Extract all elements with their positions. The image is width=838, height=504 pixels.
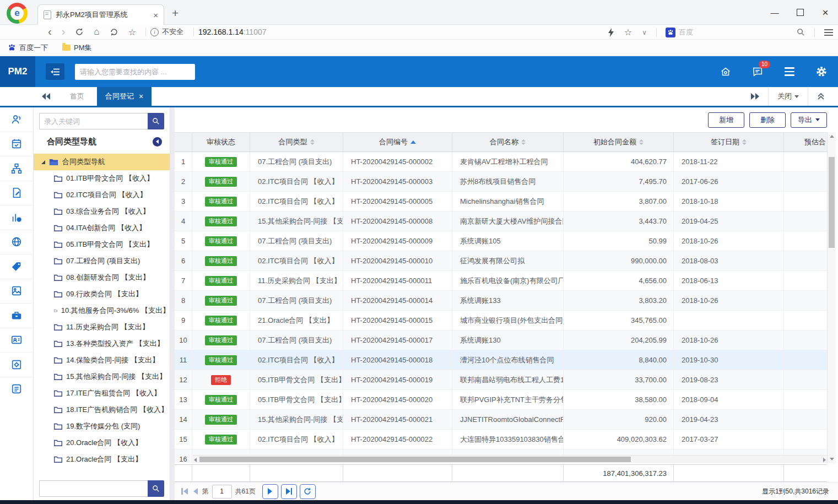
tab-close-icon[interactable]: × xyxy=(139,92,143,101)
rail-image-icon[interactable] xyxy=(0,279,33,304)
horizontal-scrollbar[interactable] xyxy=(193,455,827,463)
home-icon[interactable]: ⌂ xyxy=(94,26,99,37)
tree-root-item[interactable]: 合同类型导航 xyxy=(34,154,170,170)
tree-item[interactable]: 19.数字传媒分包 (支同) xyxy=(34,418,170,435)
table-row[interactable]: 4 审核通过 15.其他采购合同-间接 【支出】 HT-20200429145-… xyxy=(175,212,827,231)
tree-item[interactable]: 20.Oracle合同 【收入】 xyxy=(34,435,170,451)
maximize-button[interactable] xyxy=(787,0,813,25)
scrollbar-thumb[interactable] xyxy=(199,457,631,462)
tree-search-input[interactable] xyxy=(39,113,148,129)
panel-collapse-button[interactable] xyxy=(153,137,162,147)
expanded-caret-icon[interactable] xyxy=(41,160,45,164)
rail-document-edit-icon[interactable] xyxy=(0,181,33,206)
rail-schedule-icon[interactable] xyxy=(0,132,33,157)
table-row[interactable]: 1 审核通过 07.工程合同 (项目支出) HT-20200429145-000… xyxy=(175,152,827,172)
rail-globe-icon[interactable] xyxy=(0,230,33,255)
rail-report-icon[interactable] xyxy=(0,377,33,402)
table-row[interactable]: 13 审核通过 05.ITB甲骨文合同 【支出】 HT-20200429145-… xyxy=(175,390,827,410)
rail-user-icon[interactable] xyxy=(0,107,33,132)
settings-gear-icon[interactable] xyxy=(815,65,828,78)
collapse-up-icon[interactable] xyxy=(808,87,834,106)
col-estimate[interactable]: 预估合 xyxy=(784,133,827,151)
table-row[interactable]: 2 审核通过 02.ITC项目合同 【收入】 HT-20200429145-00… xyxy=(175,172,827,192)
new-tab-button[interactable]: + xyxy=(172,7,179,20)
table-row[interactable]: 10 审核通过 07.工程合同 (项目支出) HT-20200429145-00… xyxy=(175,330,827,350)
close-button[interactable]: × xyxy=(813,0,838,25)
tab-close-icon[interactable]: × xyxy=(153,10,158,20)
undo-icon[interactable] xyxy=(110,28,118,36)
tree-item[interactable]: 18.ITE广告机购销合同 【收入】 xyxy=(34,402,170,418)
browser-logo-icon[interactable]: e xyxy=(7,3,28,24)
rail-finance-chart-icon[interactable]: ¥ xyxy=(0,205,33,230)
sort-icon[interactable] xyxy=(639,139,644,145)
table-row[interactable]: 6 审核通过 02.ITC项目合同 【收入】 HT-20200429145-00… xyxy=(175,251,827,271)
search-engine-selector[interactable]: 百度 xyxy=(666,28,693,37)
rail-settings-box-icon[interactable] xyxy=(0,353,33,377)
col-code[interactable]: 合同编号 xyxy=(343,133,452,151)
tree-item[interactable]: 04.ITA创新合同 【收入】 xyxy=(34,220,170,236)
messages-icon[interactable]: 10 xyxy=(751,65,764,78)
export-button[interactable]: 导出 xyxy=(791,112,827,128)
scroll-left-icon[interactable] xyxy=(194,458,197,462)
tree-item[interactable]: 05.ITB甲骨文合同 【支出】 xyxy=(34,236,170,253)
tree-search-button[interactable] xyxy=(148,113,164,129)
minimize-button[interactable]: — xyxy=(762,0,787,25)
app-logo[interactable]: PM2 xyxy=(0,56,35,87)
col-status[interactable]: 审核状态 xyxy=(192,133,250,151)
prev-page-button[interactable] xyxy=(193,488,198,495)
tree-filter-input[interactable] xyxy=(39,480,148,497)
next-page-button[interactable] xyxy=(262,484,278,499)
tree-item[interactable]: 01.ITB甲骨文合同 【收入】 xyxy=(34,170,170,187)
back-icon[interactable]: ‹ xyxy=(48,26,52,36)
tab-home[interactable]: 首页 xyxy=(57,87,97,106)
tree-item[interactable]: 03.综合业务合同 【收入】 xyxy=(34,203,170,220)
scroll-right-icon[interactable] xyxy=(823,458,826,462)
tree-item[interactable]: 08.创新研发合同 【支出】 xyxy=(34,269,170,286)
menu-icon[interactable] xyxy=(824,29,833,36)
tree-item[interactable]: 11.历史采购合同 【支出】 xyxy=(34,319,170,335)
first-page-button[interactable] xyxy=(181,488,188,495)
tree-item[interactable]: 17.ITE广告租赁合同 【收入】 xyxy=(34,385,170,402)
delete-button[interactable]: 删除 xyxy=(749,112,786,128)
sort-asc-icon[interactable] xyxy=(410,140,416,144)
scroll-tabs-left-icon[interactable] xyxy=(35,87,57,106)
rail-briefcase-icon[interactable] xyxy=(0,304,33,328)
rail-orgchart-icon[interactable] xyxy=(0,156,33,181)
tree-item[interactable]: 09.行政类合同 【支出】 xyxy=(34,286,170,302)
col-amount[interactable]: 初始合同金额 xyxy=(564,133,674,151)
table-row[interactable]: 9 审核通过 21.Oracle合同 【支出】 HT-20200429145-0… xyxy=(175,311,827,330)
forward-icon[interactable]: › xyxy=(62,26,66,36)
lightning-icon[interactable] xyxy=(608,28,614,37)
tree-item[interactable]: 13.各种类型投入资产 【支出】 xyxy=(34,335,170,352)
bookmark-star-icon[interactable]: ☆ xyxy=(128,27,136,37)
global-search-input[interactable] xyxy=(75,64,195,80)
scrollbar-thumb[interactable] xyxy=(829,157,835,248)
table-row[interactable]: 3 审核通过 02.ITC项目合同 【收入】 HT-20200429145-00… xyxy=(175,192,827,212)
table-row[interactable]: 14 审核通过 15.其他采购合同-间接 【支出】 HT-20200429145… xyxy=(175,410,827,430)
sort-icon[interactable] xyxy=(742,139,747,145)
tree-item[interactable]: 21.Oracle合同 【支出】 xyxy=(34,451,170,468)
browser-tab[interactable]: 邦永PM2项目管理系统 × xyxy=(37,4,164,25)
col-type[interactable]: 合同类型 xyxy=(250,133,343,151)
tree-item[interactable]: 15.其他采购合同-间接 【支出】 xyxy=(34,368,170,385)
chevron-down-icon[interactable]: ∨ xyxy=(642,29,647,36)
favorites-star-icon[interactable]: ☆ xyxy=(624,27,632,37)
home-nav-icon[interactable] xyxy=(719,65,732,78)
add-button[interactable]: 新增 xyxy=(708,112,744,128)
col-date[interactable]: 签订日期 xyxy=(674,133,784,151)
collapse-menu-button[interactable] xyxy=(46,63,64,80)
scroll-up-icon[interactable] xyxy=(830,135,834,138)
col-name[interactable]: 合同名称 xyxy=(452,133,564,151)
rail-idcard-icon[interactable] xyxy=(0,328,33,353)
rail-tag-icon[interactable] xyxy=(0,254,33,279)
tree-filter-button[interactable] xyxy=(148,480,164,497)
page-number-input[interactable] xyxy=(212,485,232,498)
vertical-scrollbar[interactable] xyxy=(827,132,836,463)
tree-item[interactable]: 02.ITC项目合同 【收入】 xyxy=(34,187,170,203)
site-info-icon[interactable]: i xyxy=(150,28,159,36)
table-row[interactable]: 11 审核通过 02.ITC项目合同 【收入】 HT-20200429145-0… xyxy=(175,350,827,370)
refresh-button[interactable] xyxy=(300,484,316,499)
tree-item[interactable]: 07.工程合同 (项目支出) xyxy=(34,253,170,269)
tab-contract-register[interactable]: 合同登记 × xyxy=(97,87,152,106)
sort-icon[interactable] xyxy=(310,139,315,145)
